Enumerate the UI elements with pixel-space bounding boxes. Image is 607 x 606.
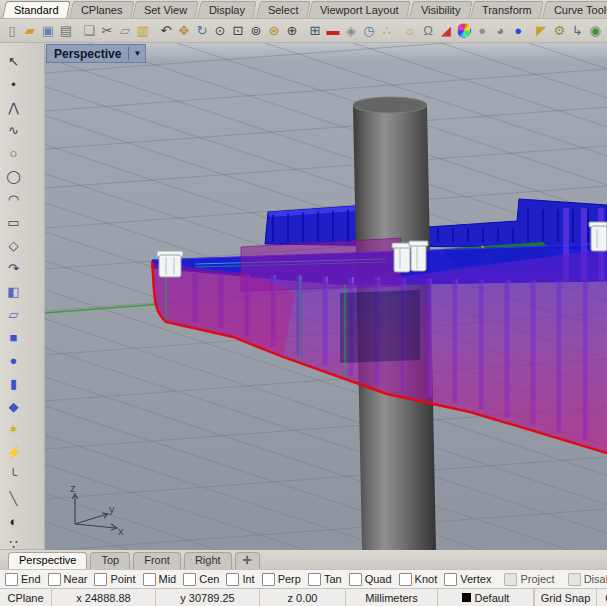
polygon-icon[interactable]: ◇ bbox=[3, 234, 24, 257]
curve-blend-icon[interactable]: ↷ bbox=[3, 257, 24, 280]
checkbox-icon[interactable] bbox=[48, 573, 61, 586]
bollard-left[interactable] bbox=[157, 251, 183, 277]
checkbox-icon[interactable] bbox=[568, 573, 581, 586]
ellipse-icon[interactable]: ◯ bbox=[3, 165, 24, 188]
menu-tab-cplanes[interactable]: CPlanes bbox=[69, 1, 134, 18]
lock-icon[interactable]: Ω bbox=[419, 21, 437, 41]
bollard-right[interactable] bbox=[589, 222, 607, 251]
layer-icon[interactable]: ◢ bbox=[437, 21, 455, 41]
new-file-icon[interactable]: ▯ bbox=[3, 21, 21, 41]
solid-dots-icon[interactable]: ∵ bbox=[3, 533, 24, 549]
menu-tab-visibility[interactable]: Visibility bbox=[409, 1, 472, 18]
fillet-icon[interactable]: ╰ bbox=[3, 464, 24, 487]
checkbox-icon[interactable] bbox=[444, 573, 457, 586]
cplane-tool-icon[interactable]: ◷ bbox=[360, 21, 378, 41]
curve-icon[interactable]: ∿ bbox=[3, 119, 24, 142]
render-shadow-icon[interactable]: ◕ bbox=[491, 21, 509, 41]
sphere-icon[interactable]: ● bbox=[3, 349, 24, 372]
point-icon[interactable]: • bbox=[3, 73, 24, 96]
menu-tab-viewport-layout[interactable]: Viewport Layout bbox=[308, 1, 410, 18]
circle-icon[interactable]: ○ bbox=[3, 142, 24, 165]
osnap-end[interactable]: End bbox=[5, 573, 41, 586]
deform-icon[interactable]: ◆ bbox=[3, 395, 24, 418]
checkbox-icon[interactable] bbox=[5, 573, 18, 586]
menu-tab-select[interactable]: Select bbox=[256, 1, 310, 18]
status-ortho[interactable]: Ortho bbox=[597, 589, 607, 606]
solid-dark-icon[interactable]: ◐ bbox=[3, 510, 24, 533]
viewport-tab-front[interactable]: Front bbox=[133, 552, 181, 569]
viewport-canvas[interactable]: z y x bbox=[45, 43, 607, 550]
osnap-near[interactable]: Near bbox=[48, 573, 88, 586]
save-icon[interactable]: ▣ bbox=[39, 21, 57, 41]
cylinder-solid-icon[interactable]: ▮ bbox=[3, 372, 24, 395]
osnap-tan[interactable]: Tan bbox=[308, 573, 342, 586]
checkbox-icon[interactable] bbox=[226, 573, 239, 586]
zoom-dynamic-icon[interactable]: ⊚ bbox=[247, 21, 265, 41]
status-cplane[interactable]: CPlane bbox=[0, 589, 52, 606]
earth-icon[interactable]: ◉ bbox=[586, 21, 604, 41]
osnap-point[interactable]: Point bbox=[94, 573, 135, 586]
viewport-layout-icon[interactable]: ⊞ bbox=[306, 21, 324, 41]
options-gears-icon[interactable]: ⚙ bbox=[550, 21, 568, 41]
osnap-knot[interactable]: Knot bbox=[399, 573, 438, 586]
checkbox-icon[interactable] bbox=[349, 573, 362, 586]
render-blue-icon[interactable]: ● bbox=[509, 21, 527, 41]
print-icon[interactable]: ▤ bbox=[57, 21, 75, 41]
rectangle-icon[interactable]: ▭ bbox=[3, 211, 24, 234]
checkbox-icon[interactable] bbox=[143, 573, 156, 586]
paste-icon[interactable]: ▥ bbox=[134, 21, 152, 41]
viewport-tab-perspective[interactable]: Perspective bbox=[8, 552, 87, 569]
osnap-disable[interactable]: Disable bbox=[568, 573, 607, 586]
color-wheel-icon[interactable] bbox=[457, 23, 471, 38]
boolean-icon[interactable]: ✶ bbox=[3, 418, 24, 441]
status-units[interactable]: Millimeters bbox=[346, 589, 438, 606]
rotate-view-icon[interactable]: ↻ bbox=[193, 21, 211, 41]
checkbox-icon[interactable] bbox=[94, 573, 107, 586]
history-icon[interactable]: ↳ bbox=[568, 21, 586, 41]
set-view-icon[interactable]: ◈ bbox=[342, 21, 360, 41]
osnap-cen[interactable]: Cen bbox=[183, 573, 219, 586]
checkbox-icon[interactable] bbox=[262, 573, 275, 586]
menu-tab-set-view[interactable]: Set View bbox=[132, 1, 199, 18]
render-gray-icon[interactable]: ● bbox=[473, 21, 491, 41]
menu-tab-transform[interactable]: Transform bbox=[471, 1, 544, 18]
osnap-project[interactable]: Project bbox=[504, 573, 554, 586]
explode-icon[interactable]: ⚡ bbox=[3, 441, 24, 464]
osnap-mid[interactable]: Mid bbox=[143, 573, 177, 586]
checkbox-icon[interactable] bbox=[399, 573, 412, 586]
polyline-icon[interactable]: ⋀ bbox=[3, 96, 24, 119]
menu-tab-curve-tools[interactable]: Curve Tools bbox=[542, 1, 607, 18]
bollard-middle[interactable] bbox=[392, 241, 428, 272]
box-icon[interactable]: ■ bbox=[3, 326, 24, 349]
status-layer[interactable]: Default bbox=[438, 589, 534, 606]
selection-filter-icon[interactable]: ◤ bbox=[532, 21, 550, 41]
copy-page-icon[interactable]: ❏ bbox=[80, 21, 98, 41]
status-grid-snap[interactable]: Grid Snap bbox=[535, 589, 597, 606]
viewport-title[interactable]: Perspective ▼ bbox=[46, 44, 146, 63]
viewport-menu-arrow-icon[interactable]: ▼ bbox=[129, 49, 145, 58]
viewport-tab-top[interactable]: Top bbox=[90, 552, 130, 569]
named-views-icon[interactable]: ▬ bbox=[324, 21, 342, 41]
select-icon[interactable]: ↖ bbox=[3, 50, 24, 73]
surface-plane-icon[interactable]: ◧ bbox=[3, 280, 24, 303]
pan-icon[interactable]: ✥ bbox=[175, 21, 193, 41]
osnap-vertex[interactable]: Vertex bbox=[444, 573, 491, 586]
perspective-viewport[interactable]: z y x Perspective ▼ bbox=[45, 43, 607, 550]
cut-icon[interactable]: ✂ bbox=[98, 21, 116, 41]
lamp-icon[interactable]: ☼ bbox=[401, 21, 419, 41]
undo-icon[interactable]: ↶ bbox=[157, 21, 175, 41]
checkbox-icon[interactable] bbox=[183, 573, 196, 586]
move-points-icon[interactable]: ∴ bbox=[378, 21, 396, 41]
menu-tab-display[interactable]: Display bbox=[198, 1, 258, 18]
checkbox-icon[interactable] bbox=[308, 573, 321, 586]
zoom-extents-icon[interactable]: ⊕ bbox=[283, 21, 301, 41]
zoom-icon[interactable]: ⊙ bbox=[211, 21, 229, 41]
surface-corner-icon[interactable]: ▱ bbox=[3, 303, 24, 326]
add-viewport-tab[interactable]: ✛ bbox=[235, 552, 260, 569]
osnap-quad[interactable]: Quad bbox=[349, 573, 392, 586]
copy-icon[interactable]: ▱ bbox=[116, 21, 134, 41]
zoom-selected-icon[interactable]: ⊛ bbox=[265, 21, 283, 41]
arc-icon[interactable]: ◠ bbox=[3, 188, 24, 211]
checkbox-icon[interactable] bbox=[504, 573, 517, 586]
menu-tab-standard[interactable]: Standard bbox=[2, 1, 70, 18]
